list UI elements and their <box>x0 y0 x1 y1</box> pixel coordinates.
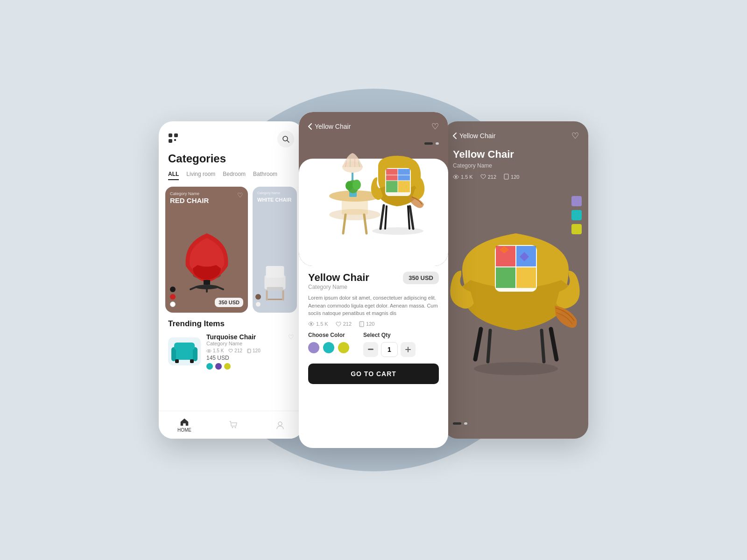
search-button[interactable] <box>277 131 294 147</box>
svg-rect-17 <box>282 290 284 301</box>
color-brown[interactable] <box>255 294 261 300</box>
svg-line-77 <box>551 329 557 359</box>
phone2-chair-image <box>308 131 439 266</box>
red-chair-name: RED CHAIR <box>170 197 209 205</box>
svg-point-44 <box>345 181 353 190</box>
product-saves: 120 <box>359 321 374 327</box>
white-chair-colors <box>255 294 261 307</box>
phone3-dot-inactive <box>464 422 467 425</box>
trending-heart-icon[interactable]: ♡ <box>288 333 294 341</box>
red-chair-colors <box>170 287 176 307</box>
cart-button[interactable]: GO TO CART <box>308 364 439 384</box>
trending-stats: 1.5 K 212 120 <box>206 348 294 353</box>
select-qty-group: Select Qty 1 <box>363 332 416 357</box>
trending-color-teal[interactable] <box>206 363 213 370</box>
svg-point-30 <box>278 422 282 426</box>
trending-chair-image <box>168 337 201 365</box>
color-options <box>308 342 349 353</box>
phone2-heart-button[interactable]: ♡ <box>431 121 439 132</box>
qty-increase-button[interactable] <box>401 342 416 357</box>
phone3-color-purple[interactable] <box>571 196 582 206</box>
tab-bathroom[interactable]: Bathroom <box>253 171 277 180</box>
svg-rect-16 <box>266 290 268 301</box>
phone2-image-area: Yellow Chair ♡ <box>299 112 448 266</box>
product-header-row: Yellow Chair Category Name 350 USD <box>308 272 439 290</box>
qty-value: 1 <box>381 342 398 357</box>
qty-decrease-button[interactable] <box>363 342 378 357</box>
svg-point-25 <box>208 350 210 351</box>
views-stat: 1.5 K <box>206 348 224 353</box>
tab-all[interactable]: ALL <box>168 171 179 180</box>
phone-categories: Categories ALL Living room Bedroom Bathr… <box>159 121 303 439</box>
phone2-back-label: Yellow Chair <box>315 123 351 130</box>
white-chair-category-label: Category Name <box>257 191 280 195</box>
svg-rect-2 <box>169 139 172 143</box>
tab-living-room[interactable]: Living room <box>186 171 215 180</box>
bottom-nav: HOME <box>159 411 303 439</box>
svg-point-58 <box>372 227 423 235</box>
trending-color-purple[interactable] <box>215 363 222 370</box>
svg-point-59 <box>310 323 312 325</box>
phone3-chair-image <box>444 215 588 411</box>
svg-rect-8 <box>204 280 210 285</box>
red-chair-card[interactable]: Category Name RED CHAIR ♡ <box>165 187 248 313</box>
svg-point-45 <box>352 180 361 190</box>
phone-yellow-chair-full: Yellow Chair ♡ Yellow Chair Category Nam… <box>444 121 588 439</box>
phone-yellow-chair-detail: Yellow Chair ♡ <box>299 112 448 448</box>
nav-home[interactable]: HOME <box>177 417 191 433</box>
tab-bedroom[interactable]: Bedroom <box>223 171 246 180</box>
white-chair-card[interactable]: Category Name WHITE CHAIR <box>253 187 297 313</box>
trending-colors <box>206 363 294 370</box>
color-option-teal[interactable] <box>323 342 334 353</box>
nav-cart[interactable] <box>229 420 238 430</box>
svg-line-56 <box>385 206 387 229</box>
red-chair-heart-icon[interactable]: ♡ <box>237 191 243 199</box>
color-black[interactable] <box>170 287 176 292</box>
svg-rect-62 <box>368 349 374 350</box>
red-chair-image <box>176 224 237 294</box>
svg-rect-22 <box>174 343 195 350</box>
color-red[interactable] <box>170 294 176 300</box>
svg-rect-1 <box>174 133 178 137</box>
trending-item[interactable]: Turquoise Chair Category Name ♡ 1.5 K <box>168 333 294 370</box>
phone3-product-category: Category Name <box>444 162 588 174</box>
svg-rect-64 <box>405 349 411 350</box>
color-light[interactable] <box>255 301 261 307</box>
color-option-purple[interactable] <box>308 342 319 353</box>
product-category: Category Name <box>308 284 369 290</box>
select-qty-label: Select Qty <box>363 332 416 338</box>
svg-rect-15 <box>266 266 284 278</box>
svg-line-78 <box>488 330 490 362</box>
trending-color-yellow[interactable] <box>224 363 231 370</box>
category-tabs: ALL Living room Bedroom Bathroom <box>159 171 303 187</box>
choose-color-label: Choose Color <box>308 332 349 338</box>
svg-point-65 <box>455 176 457 178</box>
white-chair-image <box>257 261 292 303</box>
categories-grid: Category Name RED CHAIR ♡ <box>159 187 303 313</box>
categories-title: Categories <box>159 152 303 171</box>
nav-profile[interactable] <box>275 420 285 430</box>
color-qty-section: Choose Color Select Qty <box>308 332 439 357</box>
product-stats: 1.5 K 212 120 <box>308 321 439 327</box>
phone3-product-name: Yellow Chair <box>444 141 588 162</box>
phones-container: Categories ALL Living room Bedroom Bathr… <box>159 112 588 448</box>
svg-rect-66 <box>504 174 508 179</box>
saves-stat: 120 <box>247 348 261 353</box>
phone1-header <box>159 121 303 152</box>
phone3-likes: 212 <box>480 174 496 180</box>
phone3-back-button[interactable]: Yellow Chair <box>453 132 495 140</box>
dot-active <box>424 142 433 145</box>
phone2-back-button[interactable]: Yellow Chair <box>308 123 351 130</box>
phone3-heart-button[interactable]: ♡ <box>571 131 579 141</box>
choose-color-group: Choose Color <box>308 332 349 357</box>
svg-rect-23 <box>175 359 179 363</box>
color-white[interactable] <box>170 301 176 307</box>
home-label: HOME <box>177 427 191 433</box>
color-option-yellow[interactable] <box>338 342 349 353</box>
svg-rect-18 <box>268 299 282 300</box>
svg-rect-3 <box>174 139 176 141</box>
product-description: Lorem ipsum dolor sit amet, consectetuer… <box>308 294 439 317</box>
svg-rect-50 <box>398 181 410 192</box>
svg-line-76 <box>475 329 481 359</box>
phone3-pagination <box>453 422 467 425</box>
